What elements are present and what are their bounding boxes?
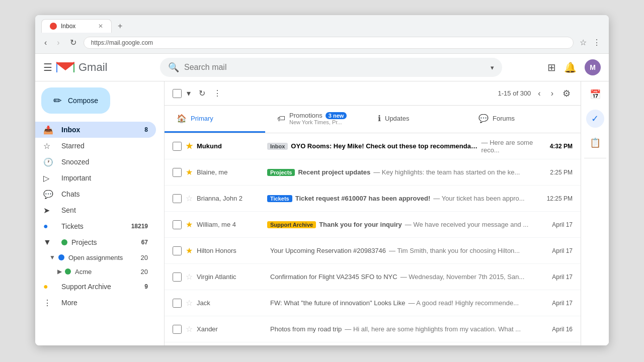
user-avatar[interactable]: M bbox=[585, 59, 601, 75]
gmail-logo-svg bbox=[56, 60, 74, 74]
email-time: April 16 bbox=[542, 326, 573, 333]
email-checkbox[interactable] bbox=[173, 299, 182, 308]
chats-label: Chats bbox=[61, 190, 80, 198]
email-star[interactable]: ★ bbox=[186, 220, 193, 229]
table-row[interactable]: ☆ Brianna, John 2 Tickets Ticket request… bbox=[165, 186, 581, 212]
refresh-button[interactable]: ↻ bbox=[196, 85, 208, 101]
sidebar: ✏ Compose 📥 Inbox 8 ☆ Starred 🕐 Snoo bbox=[35, 81, 164, 345]
new-tab-button[interactable]: + bbox=[114, 20, 126, 33]
search-bar[interactable]: 🔍 ▾ bbox=[160, 58, 502, 77]
label-support-archive: Support Archive bbox=[267, 221, 316, 228]
email-time: April 17 bbox=[542, 247, 573, 254]
email-subject: Thank you for your inquiry bbox=[319, 221, 402, 228]
email-sender: Xander bbox=[197, 325, 267, 333]
sidebar-item-important[interactable]: ▷ Important bbox=[35, 170, 156, 186]
sidebar-item-sent[interactable]: ➤ Sent bbox=[35, 202, 156, 218]
gmail-header: ☰ Gmail 🔍 ▾ bbox=[35, 54, 609, 81]
tab-forums[interactable]: 💬 Forums bbox=[466, 106, 567, 133]
email-subject: Photos from my road trip bbox=[270, 325, 342, 333]
prev-page-button[interactable]: ‹ bbox=[535, 86, 543, 101]
email-checkbox[interactable] bbox=[173, 273, 182, 282]
apps-icon[interactable]: ⊞ bbox=[547, 61, 556, 73]
email-star[interactable]: ☆ bbox=[186, 272, 193, 282]
email-time: 12:25 PM bbox=[542, 195, 573, 202]
email-subject: Recent project updates bbox=[298, 168, 370, 176]
email-preview: — A good read! Highly recommende... bbox=[408, 299, 519, 307]
sidebar-item-chats[interactable]: 💬 Chats bbox=[35, 186, 156, 202]
email-star[interactable]: ☆ bbox=[186, 194, 193, 203]
projects-badge: 67 bbox=[141, 239, 148, 246]
email-subject: FW: What "the future of innovation" Look… bbox=[270, 299, 405, 307]
table-row[interactable]: ☆ Richard, Matthew, me 3 Product Strateg… bbox=[165, 342, 581, 345]
email-preview: — Key highlights: the team has started o… bbox=[373, 168, 520, 176]
email-time: 2:25 PM bbox=[542, 169, 573, 176]
mail-toolbar: ▾ ↻ ⋮ 1-15 of 300 ‹ › ⚙ bbox=[165, 81, 581, 106]
email-labels: Support Archive bbox=[267, 221, 316, 228]
email-time: April 17 bbox=[542, 221, 573, 228]
browser-tab-gmail[interactable]: Inbox ✕ bbox=[41, 19, 112, 33]
inbox-icon: 📥 bbox=[43, 125, 55, 135]
email-preview: — Here are some reco... bbox=[481, 139, 542, 154]
table-row[interactable]: ☆ Xander Photos from my road trip — Hi a… bbox=[165, 316, 581, 342]
forward-button[interactable]: › bbox=[54, 36, 62, 49]
browser-menu-icon[interactable]: ⋮ bbox=[591, 36, 603, 49]
notes-panel-icon[interactable]: 📋 bbox=[586, 134, 604, 152]
table-row[interactable]: ★ Mukund Inbox OYO Rooms: Hey Mike! Chec… bbox=[165, 133, 581, 159]
notifications-icon[interactable]: 🔔 bbox=[564, 61, 577, 73]
search-options-icon[interactable]: ▾ bbox=[491, 64, 494, 71]
next-page-button[interactable]: › bbox=[548, 86, 556, 101]
forums-tab-label: Forums bbox=[493, 115, 515, 122]
email-star[interactable]: ★ bbox=[186, 141, 193, 151]
sidebar-item-snoozed[interactable]: 🕐 Snoozed bbox=[35, 154, 156, 170]
table-row[interactable]: ☆ Jack FW: What "the future of innovatio… bbox=[165, 290, 581, 316]
sidebar-item-support-archive[interactable]: ● Support Archive 9 bbox=[35, 279, 156, 295]
tab-updates[interactable]: ℹ Updates bbox=[366, 106, 466, 133]
table-row[interactable]: ★ Blaine, me Projects Recent project upd… bbox=[165, 159, 581, 186]
sidebar-item-open-assignments[interactable]: ▼ Open assignments 20 bbox=[35, 250, 156, 264]
table-row[interactable]: ★ Hilton Honors Your Upcoming Reservatio… bbox=[165, 238, 581, 264]
email-checkbox[interactable] bbox=[173, 194, 182, 203]
sidebar-item-acme[interactable]: ▶ Acme 20 bbox=[35, 264, 156, 279]
search-icon: 🔍 bbox=[168, 62, 179, 73]
forums-tab-icon: 💬 bbox=[478, 114, 489, 123]
hamburger-menu-icon[interactable]: ☰ bbox=[43, 61, 52, 73]
email-star[interactable]: ☆ bbox=[186, 324, 193, 334]
email-checkbox[interactable] bbox=[173, 246, 182, 255]
address-text: https://mail.google.com bbox=[91, 39, 153, 46]
select-all-checkbox[interactable] bbox=[173, 89, 182, 98]
bookmark-icon[interactable]: ☆ bbox=[578, 36, 589, 49]
sidebar-item-inbox[interactable]: 📥 Inbox 8 bbox=[35, 122, 156, 138]
sidebar-item-projects[interactable]: ▼ Projects 67 bbox=[35, 234, 156, 250]
back-button[interactable]: ‹ bbox=[41, 36, 50, 49]
more-icon: ⋮ bbox=[43, 298, 55, 308]
table-row[interactable]: ★ William, me 4 Support Archive Thank yo… bbox=[165, 212, 581, 238]
table-row[interactable]: ☆ Virgin Atlantic Confirmation for Fligh… bbox=[165, 264, 581, 290]
email-checkbox[interactable] bbox=[173, 220, 182, 229]
gmail-app: ☰ Gmail 🔍 ▾ bbox=[35, 54, 609, 345]
tab-promotions[interactable]: 🏷 Promotions 3 new New York Times, Pr... bbox=[265, 106, 366, 133]
more-options-button[interactable]: ⋮ bbox=[210, 85, 224, 101]
sent-label: Sent bbox=[61, 206, 76, 214]
calendar-panel-icon[interactable]: 📅 bbox=[586, 85, 604, 104]
projects-dot bbox=[61, 239, 67, 245]
email-preview: — We have received your message and ... bbox=[405, 221, 528, 228]
email-star[interactable]: ★ bbox=[186, 167, 193, 177]
email-checkbox[interactable] bbox=[173, 142, 182, 151]
email-star[interactable]: ★ bbox=[186, 246, 193, 255]
dropdown-arrow-button[interactable]: ▾ bbox=[184, 85, 194, 101]
address-bar[interactable]: https://mail.google.com bbox=[84, 37, 574, 49]
settings-icon[interactable]: ⚙ bbox=[560, 86, 573, 101]
reload-button[interactable]: ↻ bbox=[67, 36, 79, 49]
sidebar-item-more[interactable]: ⋮ More bbox=[35, 295, 156, 311]
email-subject-area: Photos from my road trip — Hi all, here … bbox=[270, 325, 542, 333]
email-checkbox[interactable] bbox=[173, 168, 182, 177]
tab-primary[interactable]: 🏠 Primary bbox=[165, 106, 265, 133]
sidebar-item-tickets[interactable]: ● Tickets 18219 bbox=[35, 218, 156, 234]
sidebar-item-starred[interactable]: ☆ Starred bbox=[35, 138, 156, 154]
tasks-panel-icon[interactable]: ✓ bbox=[586, 110, 604, 128]
search-input[interactable] bbox=[184, 63, 486, 72]
tab-close-button[interactable]: ✕ bbox=[98, 23, 103, 30]
email-checkbox[interactable] bbox=[173, 325, 182, 334]
compose-button[interactable]: ✏ Compose bbox=[41, 87, 110, 114]
email-star[interactable]: ☆ bbox=[186, 298, 193, 308]
